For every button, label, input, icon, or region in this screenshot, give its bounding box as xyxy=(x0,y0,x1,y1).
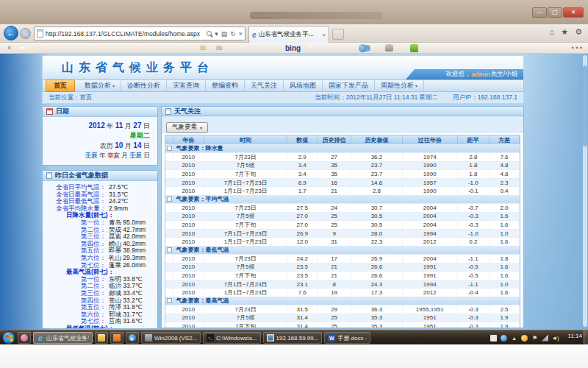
table-cell: 1994 xyxy=(403,280,458,289)
table-cell: 24 xyxy=(318,204,351,212)
taskbar-item-1[interactable]: e山东省气候业务平... xyxy=(33,332,93,344)
nav-item-3[interactable]: 灾害查询 xyxy=(167,80,206,91)
table-cell: 7月23日 xyxy=(204,204,287,212)
stop-icon[interactable]: × xyxy=(239,30,243,38)
element-toolbar: 气象要素 ▾ xyxy=(162,116,523,132)
volume-icon[interactable]: ◄) xyxy=(552,335,559,342)
table-cell: 年份 xyxy=(173,135,204,144)
alert-icon[interactable] xyxy=(521,335,528,342)
bg-minimize-button[interactable]: — xyxy=(532,7,547,18)
site-container: 山东省气候业务平台 欢迎您， admin 先生/小姐 首页数据分析▾诊断性分析灾… xyxy=(42,55,524,328)
pet-app-icon[interactable] xyxy=(385,44,393,52)
launcher-icon xyxy=(21,334,28,342)
nav-item-5[interactable]: 天气关注 xyxy=(245,80,284,91)
table-cell: 方差 xyxy=(490,135,520,144)
table-cell: 1.6 xyxy=(490,272,520,280)
compatibility-view-icon[interactable]: ▤ xyxy=(221,30,228,38)
table-cell: 气象要素：最高气温 xyxy=(173,297,520,305)
forward-button[interactable]: → xyxy=(20,28,31,39)
taskbar-item-6[interactable]: >_C:\Windows\s... xyxy=(203,332,261,344)
table-cell: 7月5候 xyxy=(204,213,287,221)
table-cell: 27.5 xyxy=(287,204,318,212)
taskbar-item-8[interactable]: W手册.docx - xyxy=(324,332,370,344)
network-icon[interactable] xyxy=(542,335,548,342)
table-row: 20107月5候3.43523.719901.84.8 xyxy=(165,161,520,170)
taskbar-item-3[interactable] xyxy=(110,332,123,344)
url-text[interactable]: http://192.168.137.1/GLCCLIMATE/modules/… xyxy=(46,30,204,38)
nav-item-1[interactable]: 数据分析▾ xyxy=(79,80,121,91)
more-options-dots[interactable]: • • • xyxy=(572,44,582,52)
nav-item-7[interactable]: 国家下发产品 xyxy=(323,80,375,91)
table-header-row: 年份时间数值历史排位历史极值过往年份距平方差 xyxy=(165,135,520,144)
show-desktop-button[interactable] xyxy=(584,330,588,345)
group-checkbox[interactable] xyxy=(167,298,172,303)
bg-close-button[interactable]: ✕ xyxy=(563,7,584,18)
sphere-icon[interactable] xyxy=(501,335,507,342)
nav-item-8[interactable]: 周期性分析▾ xyxy=(375,80,424,91)
element-dropdown-button[interactable]: 气象要素 ▾ xyxy=(166,122,208,133)
group-checkbox[interactable] xyxy=(167,247,172,252)
table-cell: 1.7 xyxy=(287,187,318,195)
nav-item-4[interactable]: 整编资料 xyxy=(206,80,245,91)
new-tab-button[interactable] xyxy=(332,29,344,40)
table-cell: 2.5 xyxy=(490,305,520,314)
taskbar-clock[interactable]: 11:14 xyxy=(568,333,582,339)
table-cell: 1957 xyxy=(403,179,458,187)
table-cell: 1月1日~7月23日 xyxy=(204,187,287,195)
search-icon[interactable] xyxy=(207,31,212,36)
taskbar-item-2[interactable] xyxy=(95,332,108,344)
favorites-star-icon[interactable]: ★ xyxy=(561,27,568,37)
table-cell: 1991 xyxy=(403,272,458,280)
nav-item-2[interactable]: 诊断性分析 xyxy=(121,80,167,91)
taskbar-item-4[interactable]: ▶ xyxy=(126,332,139,344)
table-cell: -0.1 xyxy=(458,187,490,195)
table-cell: 23.7 xyxy=(351,162,403,170)
table-cell: 1951 xyxy=(403,322,458,328)
mail-open-icon[interactable]: ✉ xyxy=(216,44,222,52)
toolbar-close-icon[interactable]: × xyxy=(7,44,11,52)
table-cell: 2.3 xyxy=(490,179,520,187)
page-scrollbar[interactable] xyxy=(583,55,587,327)
autocomplete-caret-icon[interactable]: ▾ xyxy=(215,30,218,38)
taskbar-items: e山东省气候业务平...▶Win2008 (VS2...>_C:\Windows… xyxy=(18,332,370,344)
ime-icon[interactable] xyxy=(490,335,497,342)
table-cell: 17.3 xyxy=(351,289,403,297)
settings-gear-icon[interactable]: ⚙ xyxy=(575,27,582,37)
back-button[interactable]: ← xyxy=(4,26,18,40)
table-cell: -0.3 xyxy=(458,213,490,221)
taskbar-item-0[interactable] xyxy=(18,332,31,344)
table-cell: 29 xyxy=(318,305,351,314)
table-cell: -0.7 xyxy=(458,204,490,212)
green-app-icon[interactable] xyxy=(410,44,418,52)
browser-tab[interactable]: e 山东省气候业务平... × xyxy=(248,26,329,43)
expand-caret-icon[interactable]: ▴ xyxy=(511,335,517,342)
bing-logo[interactable]: bing xyxy=(285,44,301,52)
flag-icon[interactable]: ⚑ xyxy=(531,335,538,342)
taskbar-item-5[interactable]: Win2008 (VS2... xyxy=(141,332,201,344)
nav-item-0[interactable]: 首页 xyxy=(46,79,75,92)
nav-item-6[interactable]: 风场地图 xyxy=(284,80,323,91)
background-window[interactable]: — ▢ ✕ xyxy=(0,0,588,24)
desktop: — ▢ ✕ ← → http://192.168.137.1/GLCCLIMAT… xyxy=(0,0,588,368)
table-cell xyxy=(165,272,173,280)
mail-icon[interactable]: ✉ xyxy=(200,44,206,52)
group-checkbox[interactable] xyxy=(167,146,172,151)
table-cell: 1.8 xyxy=(458,170,490,178)
bg-maximize-button[interactable]: ▢ xyxy=(548,7,562,18)
cmd-icon: >_ xyxy=(207,334,214,342)
start-button[interactable] xyxy=(2,331,15,344)
status-bar: 当前位置：首页 当前时间：2012年11月27日 11:14:31 星期二 用户… xyxy=(42,92,524,104)
scrollbar-thumb[interactable] xyxy=(583,66,587,146)
group-checkbox[interactable] xyxy=(167,197,172,202)
home-icon[interactable]: ⌂ xyxy=(550,27,555,37)
refresh-icon[interactable]: ↻ xyxy=(230,30,236,38)
forward-icon: → xyxy=(22,30,29,38)
browser-toolbar: × ✉ ✉ bing • • • xyxy=(0,43,588,54)
table-cell: 1.6 xyxy=(490,289,520,297)
taskbar-item-7[interactable]: 192.168.59.99... xyxy=(263,332,323,344)
tab-close-icon[interactable]: × xyxy=(322,32,326,38)
address-bar[interactable]: http://192.168.137.1/GLCCLIMATE/modules/… xyxy=(34,26,245,40)
table-cell: 7月下旬 xyxy=(204,170,287,178)
messenger-icon[interactable] xyxy=(359,44,367,52)
table-cell: 7月1日~7月23日 xyxy=(204,179,287,187)
